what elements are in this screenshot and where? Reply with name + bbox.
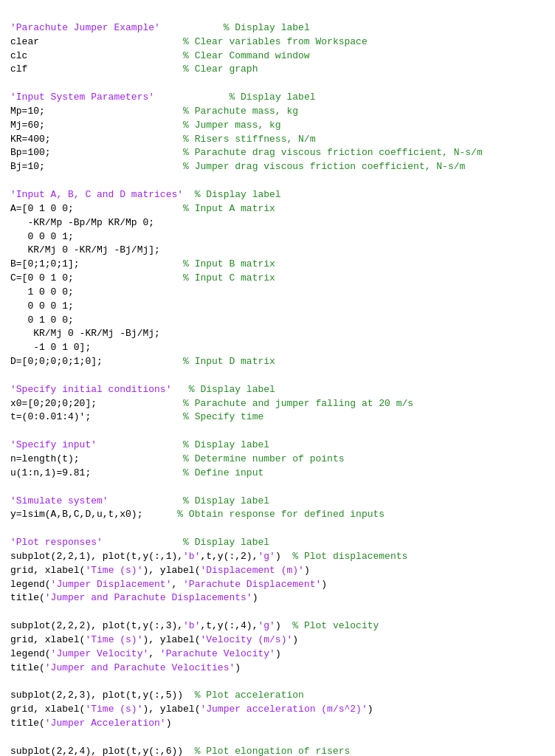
- comment-10: % Parachute drag viscous friction coeffi…: [183, 147, 483, 158]
- comment-13: % Display label: [195, 189, 281, 200]
- string-24: 'Jumper Acceleration': [45, 718, 166, 729]
- line-38: 'Plot responses' % Display label: [10, 537, 269, 548]
- string-17: 'Time (s)': [85, 634, 142, 645]
- string-14: 'Jumper and Parachute Displacements': [45, 592, 252, 603]
- comment-18: % Input B matrix: [183, 258, 275, 269]
- line-24: -1 0 1 0];: [10, 342, 91, 353]
- line-19: C=[0 0 1 0; % Input C matrix: [10, 272, 275, 284]
- comment-19: % Input C matrix: [183, 272, 275, 284]
- string-15: 'b': [183, 620, 200, 631]
- comment-2: % Clear variables from Workspace: [183, 36, 368, 47]
- line-39: subplot(2,2,1), plot(t,y(:,1),'b',t,y(:,…: [10, 551, 407, 562]
- line-32: n=length(t); % Determine number of point…: [10, 453, 344, 464]
- line-9: KR=400; % Risers stiffness, N/m: [10, 134, 315, 145]
- comment-28: % Parachute and jumper falling at 20 m/s: [183, 398, 413, 409]
- line-40: grid, xlabel('Time (s)'), ylabel('Displa…: [10, 565, 310, 576]
- string-12: 'Jumper Displacement': [51, 579, 172, 590]
- string-16: 'g': [258, 620, 275, 631]
- line-46: legend('Jumper Velocity', 'Parachute Vel…: [10, 648, 281, 659]
- line-8: Mj=60; % Jumper mass, kg: [10, 120, 281, 131]
- line-35: 'Simulate system' % Display label: [10, 495, 269, 506]
- line-25: D=[0;0;0;0;1;0]; % Input D matrix: [10, 356, 275, 367]
- string-11: 'Displacement (m)': [200, 565, 303, 576]
- line-41: legend('Jumper Displacement', 'Parachute…: [10, 579, 327, 590]
- string-1: 'Parachute Jumper Example': [10, 22, 160, 33]
- comment-53: % Plot elongation of risers: [195, 746, 351, 756]
- line-10: Bp=100; % Parachute drag viscous frictio…: [10, 147, 483, 158]
- line-36: y=lsim(A,B,C,D,u,t,x0); % Obtain respons…: [10, 509, 385, 520]
- comment-49: % Plot acceleration: [195, 690, 304, 701]
- line-7: Mp=10; % Parachute mass, kg: [10, 106, 298, 117]
- line-47: title('Jumper and Parachute Velocities'): [10, 662, 241, 673]
- line-3: clc % Clear Command window: [10, 50, 310, 61]
- string-7: 'Plot responses': [10, 537, 103, 548]
- line-44: subplot(2,2,2), plot(t,y(:,3),'b',t,y(:,…: [10, 620, 379, 631]
- string-19: 'Jumper Velocity': [51, 648, 149, 659]
- comment-4: % Clear graph: [183, 63, 258, 75]
- line-33: u(1:n,1)=9.81; % Define input: [10, 467, 263, 478]
- comment-1: % Display label: [224, 22, 310, 33]
- string-5: 'Specify input': [10, 439, 97, 450]
- line-15: -KR/Mp -Bp/Mp KR/Mp 0;: [10, 217, 154, 228]
- string-6: 'Simulate system': [10, 495, 108, 506]
- comment-11: % Jumper drag viscous friction coefficie…: [183, 161, 465, 172]
- comment-31: % Display label: [183, 439, 269, 450]
- line-45: grid, xlabel('Time (s)'), ylabel('Veloci…: [10, 634, 298, 645]
- line-11: Bj=10; % Jumper drag viscous friction co…: [10, 161, 465, 172]
- comment-6: % Display label: [229, 92, 315, 103]
- comment-32: % Determine number of points: [183, 453, 344, 464]
- string-23: 'Jumper acceleration (m/s^2)': [200, 704, 367, 715]
- line-14: A=[0 1 0 0; % Input A matrix: [10, 203, 275, 214]
- line-13: 'Input A, B, C and D matrices' % Display…: [10, 189, 281, 200]
- comment-36: % Obtain response for defined inputs: [177, 509, 385, 520]
- line-27: 'Specify initial conditions' % Display l…: [10, 384, 275, 395]
- comment-38: % Display label: [183, 537, 269, 548]
- line-53: subplot(2,2,4), plot(t,y(:,6)) % Plot el…: [10, 746, 350, 756]
- line-21: 0 0 0 1;: [10, 300, 74, 312]
- code-editor: 'Parachute Jumper Example' % Display lab…: [10, 7, 545, 756]
- comment-39: % Plot displacements: [292, 551, 407, 562]
- string-20: 'Parachute Velocity': [160, 648, 275, 659]
- comment-8: % Jumper mass, kg: [183, 120, 281, 131]
- line-51: title('Jumper Acceleration'): [10, 718, 171, 729]
- string-9: 'g': [258, 551, 275, 562]
- line-50: grid, xlabel('Time (s)'), ylabel('Jumper…: [10, 704, 373, 715]
- comment-7: % Parachute mass, kg: [183, 106, 298, 117]
- line-31: 'Specify input' % Display label: [10, 439, 269, 450]
- line-18: B=[0;1;0;1]; % Input B matrix: [10, 258, 275, 269]
- string-3: 'Input A, B, C and D matrices': [10, 189, 183, 200]
- line-1: 'Parachute Jumper Example' % Display lab…: [10, 22, 310, 33]
- line-49: subplot(2,2,3), plot(t,y(:,5)) % Plot ac…: [10, 690, 304, 701]
- string-2: 'Input System Parameters': [10, 92, 154, 103]
- string-8: 'b': [183, 551, 200, 562]
- comment-44: % Plot velocity: [292, 620, 379, 631]
- line-20: 1 0 0 0;: [10, 286, 74, 298]
- comment-29: % Specify time: [183, 411, 263, 422]
- line-4: clf % Clear graph: [10, 63, 258, 75]
- comment-3: % Clear Command window: [183, 50, 310, 61]
- comment-9: % Risers stiffness, N/m: [183, 134, 315, 145]
- line-29: t=(0:0.01:4)'; % Specify time: [10, 411, 263, 422]
- string-22: 'Time (s)': [85, 704, 142, 715]
- string-13: 'Parachute Displacement': [183, 579, 321, 590]
- line-42: title('Jumper and Parachute Displacement…: [10, 592, 258, 603]
- line-6: 'Input System Parameters' % Display labe…: [10, 92, 316, 103]
- string-10: 'Time (s)': [85, 565, 142, 576]
- string-21: 'Jumper and Parachute Velocities': [45, 662, 235, 673]
- comment-25: % Input D matrix: [183, 356, 275, 367]
- comment-35: % Display label: [183, 495, 269, 506]
- line-28: x0=[0;20;0;20]; % Parachute and jumper f…: [10, 398, 413, 409]
- line-23: KR/Mj 0 -KR/Mj -Bj/Mj;: [10, 328, 160, 339]
- line-22: 0 1 0 0;: [10, 315, 74, 326]
- line-2: clear % Clear variables from Workspace: [10, 36, 368, 47]
- line-16: 0 0 0 1;: [10, 231, 74, 242]
- string-4: 'Specify initial conditions': [10, 384, 171, 395]
- string-18: 'Velocity (m/s)': [200, 634, 292, 645]
- line-17: KR/Mj 0 -KR/Mj -Bj/Mj];: [10, 244, 160, 255]
- comment-14: % Input A matrix: [183, 203, 275, 214]
- comment-27: % Display label: [189, 384, 275, 395]
- comment-33: % Define input: [183, 467, 263, 478]
